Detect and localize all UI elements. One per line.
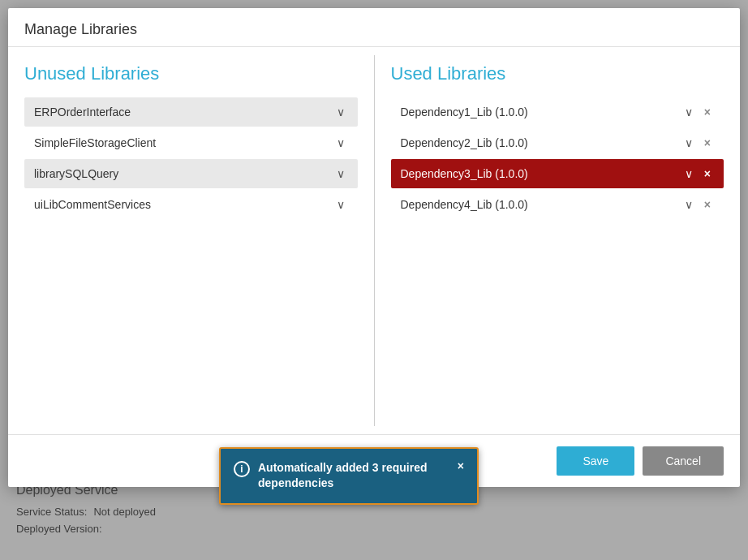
expand-icon[interactable]: ∨ [681,135,696,151]
used-item-actions: ∨ × [681,196,714,213]
unused-item-actions: ∨ [333,135,348,151]
used-library-item[interactable]: Dependency1_Lib (1.0.0) ∨ × [391,97,724,127]
modal-header: Manage Libraries [8,8,740,47]
info-icon: i [234,461,250,477]
used-item-actions: ∨ × [681,104,714,120]
used-library-item[interactable]: Dependency4_Lib (1.0.0) ∨ × [391,190,724,219]
used-library-name: Dependency3_Lib (1.0.0) [401,167,681,180]
unused-libraries-panel: Unused Libraries ERPOrderInterface ∨ Sim… [8,47,374,434]
cancel-button[interactable]: Cancel [643,446,724,476]
used-item-actions: ∨ × [681,135,714,151]
used-panel-title: Used Libraries [391,63,724,84]
unused-item-actions: ∨ [333,166,348,182]
expand-icon[interactable]: ∨ [333,135,348,151]
used-library-item-selected[interactable]: Dependency3_Lib (1.0.0) ∨ × [391,159,724,188]
unused-library-item[interactable]: librarySQLQuery ∨ [24,159,358,188]
used-item-actions: ∨ × [681,166,714,182]
unused-library-item[interactable]: SimpleFileStorageClient ∨ [24,128,358,157]
unused-library-name: ERPOrderInterface [34,106,333,118]
expand-icon[interactable]: ∨ [681,196,696,213]
expand-icon[interactable]: ∨ [681,104,696,120]
remove-icon[interactable]: × [701,104,714,120]
remove-icon[interactable]: × [701,196,714,213]
unused-item-actions: ∨ [333,196,348,213]
unused-library-item[interactable]: uiLibCommentServices ∨ [24,190,358,219]
used-libraries-panel: Used Libraries Dependency1_Lib (1.0.0) ∨… [375,47,741,434]
modal-title: Manage Libraries [24,21,724,38]
used-library-item[interactable]: Dependency2_Lib (1.0.0) ∨ × [391,128,724,157]
remove-icon[interactable]: × [701,135,714,151]
unused-library-item[interactable]: ERPOrderInterface ∨ [24,97,358,127]
expand-icon[interactable]: ∨ [681,166,696,182]
used-library-name: Dependency1_Lib (1.0.0) [401,106,681,118]
expand-icon[interactable]: ∨ [333,196,348,213]
used-library-name: Dependency2_Lib (1.0.0) [401,136,681,149]
save-button[interactable]: Save [557,446,634,476]
modal-body: Unused Libraries ERPOrderInterface ∨ Sim… [8,47,740,434]
unused-panel-title: Unused Libraries [24,63,358,84]
unused-library-name: uiLibCommentServices [34,198,333,211]
used-library-name: Dependency4_Lib (1.0.0) [401,198,681,211]
expand-icon[interactable]: ∨ [333,104,348,120]
manage-libraries-dialog: Manage Libraries Unused Libraries ERPOrd… [8,8,740,487]
unused-item-actions: ∨ [333,104,348,120]
expand-icon[interactable]: ∨ [333,166,348,182]
unused-library-name: SimpleFileStorageClient [34,136,333,149]
remove-icon[interactable]: × [701,166,714,182]
toast-close-button[interactable]: × [458,460,464,472]
notification-toast: i Automatically added 3 required depende… [219,447,479,505]
unused-library-name: librarySQLQuery [34,167,333,180]
toast-message: Automatically added 3 required dependenc… [258,460,449,492]
